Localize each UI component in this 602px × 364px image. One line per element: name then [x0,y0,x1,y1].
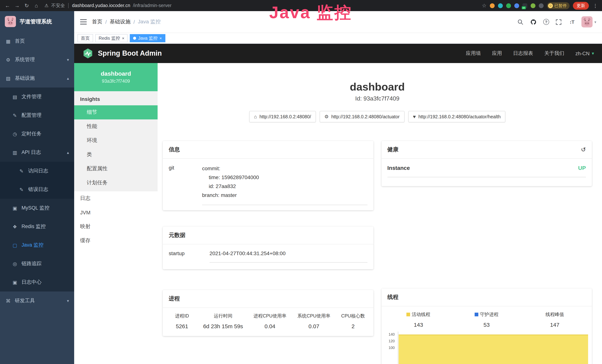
actuator-url: http://192.168.0.2:48080/actuator [331,114,399,119]
health-url: http://192.168.0.2:48080/actuator/health [419,114,501,119]
tag-redis-monitor[interactable]: Redis 监控 × [95,34,128,42]
sba-nav-about[interactable]: 关于我们 [544,50,564,57]
insights-label: Insights [74,91,158,105]
breadcrumb: 首页 / 基础设施 / Java 监控 [92,19,161,25]
sba-menu-mappings[interactable]: 映射 [74,220,158,234]
github-icon[interactable] [530,19,537,25]
y-tick-100: 100 [384,346,395,350]
sidebar-item-redis-monitor[interactable]: ❖ Redis 监控 [0,217,74,236]
left-column: 信息 git commit: time: 1596289704000 id: 2… [163,141,373,364]
sidebar-item-scheduled-jobs[interactable]: ◷ 定时任务 [0,125,74,143]
redis-icon: ❖ [12,224,18,229]
legend-value-peak: 147 [521,321,589,328]
y-tick-120: 120 [384,339,395,343]
sidebar-item-label: 配置管理 [22,112,42,119]
breadcrumb-separator: / [133,19,135,25]
extension-icon[interactable] [490,3,495,8]
sidebar-item-label: 日志中心 [22,279,42,286]
close-icon[interactable]: × [160,36,162,40]
process-value-uptime: 6d 23h 15m 59s [198,323,248,329]
service-url-button[interactable]: ⌂ http://192.168.0.2:48080/ [249,111,316,122]
breadcrumb-infrastructure[interactable]: 基础设施 [110,19,130,25]
sba-nav-wall[interactable]: 应用墙 [466,50,481,57]
browser-menu-icon[interactable]: ⋮ [592,3,599,8]
sidebar-item-config-mgmt[interactable]: ✎ 配置管理 [0,106,74,125]
breadcrumb-home[interactable]: 首页 [92,19,102,25]
reload-icon[interactable]: ↻ [23,3,30,9]
sba-menu-beans[interactable]: 类 [74,148,158,162]
sidebar-item-label: 基础设施 [15,75,35,82]
sidebar-item-log-center[interactable]: ▣ 日志中心 [0,273,74,291]
health-card: 健康 ↺ Instance UP [381,141,592,186]
back-icon[interactable]: ← [4,3,11,9]
sidebar-item-infrastructure[interactable]: ▧ 基础设施 ▴ [0,69,74,87]
sba-nav-applications[interactable]: 应用 [492,50,502,57]
sba-menu-jvm[interactable]: JVM [74,205,158,220]
tag-java-monitor[interactable]: Java 监控 × [130,34,165,42]
app-title: 芋道管理系统 [20,18,52,25]
breadcrumb-separator: / [105,19,107,25]
extension-icon[interactable] [539,3,544,8]
git-info-row: git commit: time: 1596289704000 id: 27aa… [163,159,373,205]
address-bar[interactable]: ⚠ 不安全 dashboard.yudao.iocoder.cn /infra/… [42,2,480,9]
sba-menu-environment[interactable]: 环境 [74,134,158,148]
sidebar-item-access-logs[interactable]: ✎ 访问日志 [0,162,74,180]
locale-select[interactable]: zh-CN ▾ [575,51,594,56]
help-icon[interactable]: ? [543,19,549,25]
active-threads-series [398,334,588,364]
sidebar-item-java-monitor[interactable]: ▢ Java 监控 [0,236,74,254]
sba-menu-caches[interactable]: 缓存 [74,234,158,248]
threads-card: 线程 活动线程 143 守护进程 53 [381,289,592,364]
extension-icon[interactable] [514,3,519,8]
hamburger-icon[interactable] [80,19,87,24]
sidebar-item-error-logs[interactable]: ✎ 错误日志 [0,180,74,199]
health-url-button[interactable]: ♥ http://192.168.0.2:48080/actuator/heal… [408,111,505,122]
history-icon[interactable]: ↺ [581,147,586,153]
sidebar-item-tracing[interactable]: ◎ 链路追踪 [0,254,74,273]
api-logs-submenu: ✎ 访问日志 ✎ 错误日志 [0,162,74,199]
sba-menu-scheduled-tasks[interactable]: 计划任务 [74,176,158,190]
tag-home[interactable]: 首页 [77,34,93,42]
extension-icon[interactable] [531,3,536,8]
sidebar-item-file-mgmt[interactable]: ▤ 文件管理 [0,87,74,106]
close-icon[interactable]: × [122,36,124,40]
bookmark-star-icon[interactable]: ☆ [482,3,486,9]
sidebar-item-home[interactable]: ▦ 首页 [0,32,74,50]
info-key: git [169,164,202,205]
forward-icon[interactable]: → [13,3,21,9]
fullscreen-icon[interactable] [556,19,562,25]
sba-menu-config-props[interactable]: 配置属性 [74,162,158,176]
git-id-line: id: 27aa832 [202,182,367,191]
app-logo[interactable]: 芋道管理系统 [0,11,74,32]
log-icon: ✎ [19,168,24,174]
metadata-card: 元数据 startup 2021-04-27T00:44:31.254+08:0… [163,227,373,269]
user-menu[interactable]: ▾ [581,16,596,27]
home-icon[interactable]: ⌂ [33,3,40,9]
sba-menu-details[interactable]: 细节 [74,105,158,119]
process-header-cpu: 进程CPU使用率 [248,313,292,319]
chevron-down-icon: ▾ [67,57,69,62]
sidebar-item-label: API 日志 [22,149,41,156]
sba-menu-metrics[interactable]: 性能 [74,119,158,134]
extension-icon[interactable] [506,3,511,8]
legend-label-peak: 线程峰值 [546,312,564,317]
active-threads-swatch [407,313,410,316]
sidebar-item-mysql-monitor[interactable]: ▣ MySQL 监控 [0,199,74,217]
profile-paused-badge[interactable]: ☺ 已暂停 [547,2,570,9]
sba-sidebar: dashboard 93a3fc7f7409 Insights 细节 性能 环境… [74,63,158,364]
sba-nav-journal[interactable]: 日志报表 [513,50,533,57]
chrome-update-button[interactable]: 更新 [573,2,589,10]
sidebar-item-api-logs[interactable]: ▥ API 日志 ▴ [0,143,74,162]
process-card: 进程 进程ID 5261 运行时间 6d 23h 15m 59s [163,290,373,336]
sidebar-item-dev-tools[interactable]: ⌘ 研发工具 ▾ [0,291,74,310]
extension-icon[interactable] [498,3,503,8]
sba-menu-loggers[interactable]: 日志 [74,191,158,205]
actuator-url-button[interactable]: ⚙ http://192.168.0.2:48080/actuator [320,111,405,122]
log-icon: ▥ [12,150,18,155]
avatar [581,16,592,27]
instance-selector[interactable]: dashboard 93a3fc7f7409 [74,63,158,91]
search-icon[interactable] [517,19,524,25]
font-size-icon[interactable]: ↕T [569,19,575,25]
sidebar-item-system-mgmt[interactable]: ⚙ 系统管理 ▾ [0,50,74,69]
extension-icon[interactable]: on [522,3,527,8]
